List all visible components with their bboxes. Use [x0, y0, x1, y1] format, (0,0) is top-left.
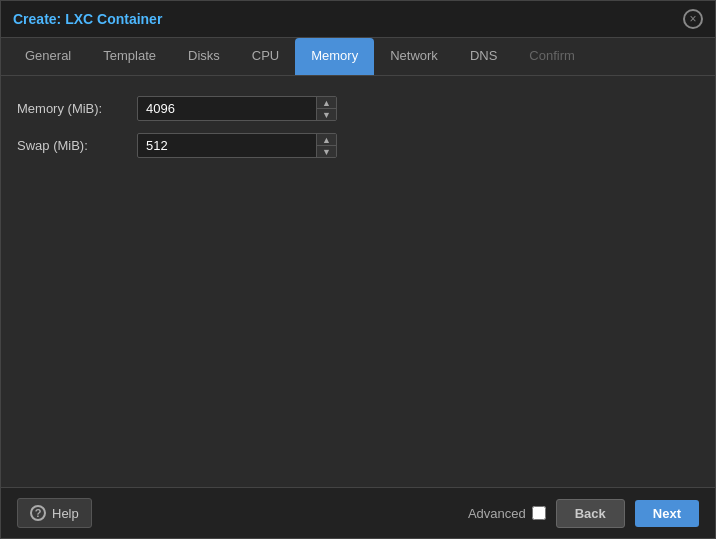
back-button[interactable]: Back	[556, 499, 625, 528]
memory-spin-buttons: ▲ ▼	[316, 97, 336, 120]
advanced-label: Advanced	[468, 506, 546, 521]
tab-cpu[interactable]: CPU	[236, 38, 295, 75]
swap-spin-buttons: ▲ ▼	[316, 134, 336, 157]
tab-network[interactable]: Network	[374, 38, 454, 75]
swap-label: Swap (MiB):	[17, 138, 137, 153]
memory-input-wrapper: ▲ ▼	[137, 96, 337, 121]
tab-bar: GeneralTemplateDisksCPUMemoryNetworkDNSC…	[1, 38, 715, 76]
dialog-title: Create: LXC Container	[13, 11, 162, 27]
help-icon: ?	[30, 505, 46, 521]
memory-spin-down[interactable]: ▼	[317, 109, 336, 120]
tab-confirm: Confirm	[513, 38, 591, 75]
dialog: Create: LXC Container × GeneralTemplateD…	[0, 0, 716, 539]
footer-right: Advanced Back Next	[468, 499, 699, 528]
tab-disks[interactable]: Disks	[172, 38, 236, 75]
footer: ? Help Advanced Back Next	[1, 487, 715, 538]
memory-row: Memory (MiB): ▲ ▼	[17, 96, 699, 121]
advanced-text: Advanced	[468, 506, 526, 521]
memory-label: Memory (MiB):	[17, 101, 137, 116]
title-bar: Create: LXC Container ×	[1, 1, 715, 38]
next-button[interactable]: Next	[635, 500, 699, 527]
swap-input[interactable]	[137, 133, 337, 158]
help-button[interactable]: ? Help	[17, 498, 92, 528]
advanced-checkbox[interactable]	[532, 506, 546, 520]
memory-spin-up[interactable]: ▲	[317, 97, 336, 109]
swap-row: Swap (MiB): ▲ ▼	[17, 133, 699, 158]
help-label: Help	[52, 506, 79, 521]
swap-input-wrapper: ▲ ▼	[137, 133, 337, 158]
tab-dns[interactable]: DNS	[454, 38, 513, 75]
swap-spin-down[interactable]: ▼	[317, 146, 336, 157]
memory-input[interactable]	[137, 96, 337, 121]
close-button[interactable]: ×	[683, 9, 703, 29]
tab-general[interactable]: General	[9, 38, 87, 75]
tab-memory[interactable]: Memory	[295, 38, 374, 75]
content-area: Memory (MiB): ▲ ▼ Swap (MiB): ▲ ▼	[1, 76, 715, 487]
swap-spin-up[interactable]: ▲	[317, 134, 336, 146]
tab-template[interactable]: Template	[87, 38, 172, 75]
